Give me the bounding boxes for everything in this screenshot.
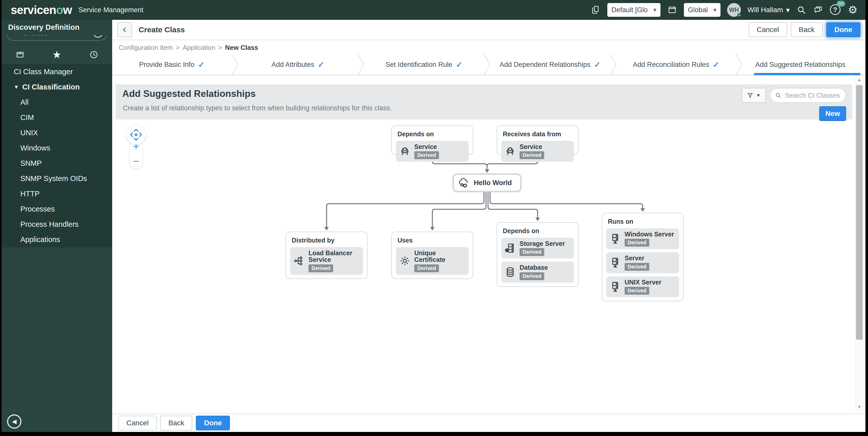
relation-item-service[interactable]: ServiceDerived (396, 141, 469, 162)
relation-item-load-balancer-service[interactable]: Load Balancer ServiceDerived (290, 247, 363, 275)
sidebar-item-cim[interactable]: CIM (2, 110, 112, 125)
collapse-sidebar-button[interactable]: ◀ (7, 414, 21, 429)
step-set-identification-rule[interactable]: Set Identification Rule✓ (364, 54, 484, 75)
sidebar-item-snmp[interactable]: SNMP (2, 156, 112, 171)
sidebar-item-process-handlers[interactable]: Process Handlers (2, 217, 112, 232)
step-add-reconciliation-rules[interactable]: Add Reconciliation Rules✓ (617, 54, 736, 75)
tab-all-applications[interactable] (12, 47, 28, 62)
relation-group-uses: Uses Unique CertificateDerived (392, 231, 473, 279)
relationship-canvas[interactable]: + − Depends on ServiceDerived Receives d… (112, 75, 865, 414)
app-window-icon[interactable] (667, 5, 677, 15)
item-name: Database (520, 264, 548, 271)
sidebar-item-applications[interactable]: Applications (2, 232, 112, 247)
load-balancer-icon (293, 255, 305, 267)
box-icon (16, 50, 25, 59)
derived-badge: Derived (625, 263, 649, 271)
relation-label: Uses (398, 237, 469, 244)
topbar-actions: Cancel Back Done (749, 22, 860, 37)
class-node-label: Hello World (474, 179, 512, 187)
item-name: Unique Certificate (414, 250, 466, 263)
step-separator (736, 54, 742, 75)
back-button[interactable] (117, 22, 132, 37)
relation-group-distributed-by: Distributed by Load Balancer ServiceDeri… (286, 231, 368, 279)
page-title: Create Class (138, 25, 185, 34)
step-provide-basic-info[interactable]: Provide Basic Info✓ (112, 54, 232, 75)
pan-control[interactable] (126, 125, 146, 145)
vertical-scrollbar: ▲ ▼ (855, 76, 863, 411)
breadcrumb-separator: > (218, 44, 222, 52)
breadcrumb-application[interactable]: Application (183, 44, 215, 52)
service-icon (504, 146, 516, 157)
gear-icon[interactable]: ⚙ (848, 5, 858, 15)
back-button-bottom[interactable]: Back (160, 416, 192, 430)
user-menu[interactable]: Will Hallam▾ (747, 6, 790, 14)
sidebar-item-windows[interactable]: Windows (2, 141, 112, 156)
content-area: Add Suggested Relationships Create a lis… (112, 75, 865, 414)
star-icon: ★ (52, 50, 62, 60)
sidebar-item-ci-class-manager[interactable]: CI Class Manager (2, 64, 112, 80)
triangle-down-icon: ▼ (14, 84, 19, 90)
canvas-pan-zoom-control: + − (126, 125, 146, 169)
help-icon[interactable]: ? ••• (830, 4, 841, 15)
breadcrumb-configuration-item[interactable]: Configuration Item (119, 44, 173, 52)
item-name: Windows Server (625, 231, 674, 238)
relation-item-unique-certificate[interactable]: Unique CertificateDerived (396, 247, 469, 275)
relation-item-server[interactable]: ServerDerived (606, 252, 679, 273)
chat-icon[interactable] (813, 5, 823, 15)
back-step-button[interactable]: Back (791, 22, 823, 37)
cancel-button[interactable]: Cancel (749, 22, 787, 37)
server-icon (609, 257, 621, 269)
relation-label: Distributed by (292, 237, 363, 244)
sidebar-item-label: Process Handlers (20, 220, 79, 228)
wizard-footer: Cancel Back Done (112, 414, 865, 432)
collapse-icon: ◀ (12, 418, 17, 425)
scope-select[interactable]: Global▾ (684, 3, 720, 17)
wizard-steps: Provide Basic Info✓ Add Attributes✓ Set … (112, 54, 865, 75)
relation-item-service[interactable]: ServiceDerived (501, 141, 574, 162)
relation-group-depends-on-child: Depends on Storage ServerDerived Databas… (497, 222, 579, 287)
relation-item-storage-server[interactable]: Storage ServerDerived (501, 238, 574, 258)
avatar[interactable]: WH (727, 3, 741, 17)
zoom-out-button[interactable]: − (133, 156, 139, 166)
sidebar-item-http[interactable]: HTTP (2, 186, 112, 201)
sidebar-item-label: CI Class Manager (14, 68, 73, 76)
relation-item-database[interactable]: DatabaseDerived (501, 261, 574, 282)
relation-item-windows-server[interactable]: Windows ServerDerived (606, 228, 679, 249)
relation-group-runs-on: Runs on Windows ServerDerived ServerDeri… (602, 213, 684, 301)
derived-badge: Derived (414, 151, 439, 159)
update-set-select[interactable]: Default [Glo▾ (607, 3, 660, 17)
scroll-down-arrow[interactable]: ▼ (856, 403, 863, 411)
done-button-bottom[interactable]: Done (196, 416, 230, 430)
tab-favorites[interactable]: ★ (49, 47, 65, 62)
cancel-button-bottom[interactable]: Cancel (118, 416, 157, 430)
tab-history[interactable] (86, 47, 101, 62)
header-controls: Default [Glo▾ Global▾ WH Will Hallam▾ ? … (591, 3, 858, 17)
gear-icon (399, 255, 411, 267)
step-add-attributes[interactable]: Add Attributes✓ (238, 54, 358, 75)
sidebar-menu: Configuration CI Class Manager Discovery… (2, 64, 112, 411)
step-label: Add Suggested Relationships (755, 61, 845, 69)
relation-label: Receives data from (503, 130, 574, 138)
back-chevron-icon (121, 26, 128, 33)
sidebar-item-unix[interactable]: UNIX (2, 125, 112, 141)
sidebar-item-ci-classification[interactable]: ▼CI Classification (2, 80, 112, 95)
server-icon (609, 281, 621, 292)
done-button[interactable]: Done (826, 22, 860, 37)
step-add-suggested-relationships[interactable]: Add Suggested Relationships (742, 54, 862, 75)
search-icon[interactable] (796, 5, 806, 15)
sidebar-item-all[interactable]: All (2, 95, 112, 110)
item-name: Service (520, 144, 542, 150)
step-add-dependent-relationships[interactable]: Add Dependent Relationships✓ (490, 54, 610, 75)
sidebar-item-label: Processes (20, 205, 55, 213)
sidebar-item-processes[interactable]: Processes (2, 201, 112, 217)
derived-badge: Derived (625, 239, 649, 247)
pages-icon[interactable] (591, 5, 601, 15)
relation-group-depends-on-parent: Depends on ServiceDerived (392, 125, 473, 155)
service-icon (399, 146, 411, 157)
relation-item-unix-server[interactable]: UNIX ServerDerived (606, 276, 679, 297)
sidebar-item-snmp-system-oids[interactable]: SNMP System OIDs (2, 171, 112, 186)
scrollbar-thumb[interactable] (856, 85, 863, 340)
active-step-underline (754, 73, 860, 75)
scroll-up-arrow[interactable]: ▲ (856, 76, 863, 84)
clock-icon (89, 50, 98, 59)
